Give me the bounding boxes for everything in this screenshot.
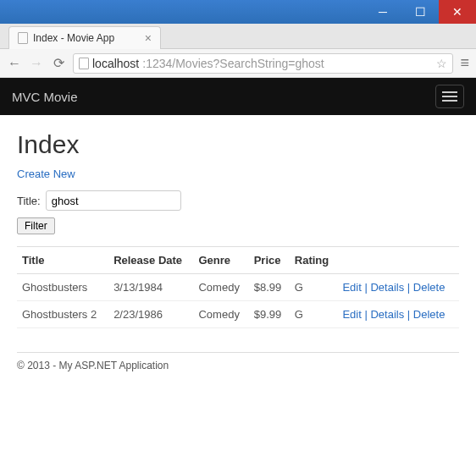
edit-link[interactable]: Edit — [342, 281, 361, 294]
cell-rating: G — [290, 274, 338, 301]
movies-table: Title Release Date Genre Price Rating Gh… — [17, 246, 459, 328]
delete-link[interactable]: Delete — [413, 281, 446, 294]
cell-actions: Edit | Details | Delete — [337, 274, 459, 301]
page-icon — [18, 32, 28, 44]
create-new-link[interactable]: Create New — [17, 168, 75, 180]
details-link[interactable]: Details — [370, 281, 404, 294]
search-form: Title: — [17, 190, 459, 211]
table-row: Ghostbusters 22/23/1986Comedy$9.99GEdit … — [17, 301, 459, 328]
cell-genre: Comedy — [193, 301, 248, 328]
edit-link[interactable]: Edit — [342, 308, 361, 321]
search-input[interactable] — [46, 190, 181, 211]
cell-actions: Edit | Details | Delete — [337, 301, 459, 328]
back-icon[interactable]: ← — [7, 56, 22, 71]
cell-release: 3/13/1984 — [108, 274, 193, 301]
window-titlebar: ─ ☐ ✕ — [0, 0, 476, 24]
delete-link[interactable]: Delete — [413, 308, 446, 321]
address-bar[interactable]: localhost:1234/Movies?SearchString=ghost… — [73, 53, 453, 74]
menu-icon[interactable]: ≡ — [460, 54, 469, 72]
reload-icon[interactable]: ⟳ — [51, 55, 66, 71]
col-release: Release Date — [108, 247, 193, 274]
page-icon — [79, 58, 89, 69]
table-header-row: Title Release Date Genre Price Rating — [17, 247, 459, 274]
cell-title: Ghostbusters — [17, 274, 108, 301]
footer-divider — [17, 352, 459, 353]
window-close-button[interactable]: ✕ — [439, 0, 476, 24]
url-host: localhost — [92, 57, 139, 70]
navbar-toggle-button[interactable] — [435, 85, 464, 108]
col-title: Title — [17, 247, 108, 274]
forward-icon[interactable]: → — [29, 56, 44, 71]
cell-title: Ghostbusters 2 — [17, 301, 108, 328]
page-content: Index Create New Title: Filter Title Rel… — [0, 115, 476, 337]
cell-price: $9.99 — [249, 301, 290, 328]
navbar-brand[interactable]: MVC Movie — [12, 90, 78, 104]
cell-release: 2/23/1986 — [108, 301, 193, 328]
filter-button[interactable]: Filter — [17, 217, 55, 234]
footer-text: © 2013 - My ASP.NET Application — [0, 360, 476, 371]
tab-title: Index - Movie App — [33, 32, 114, 44]
browser-tab[interactable]: Index - Movie App × — [8, 26, 161, 49]
cell-genre: Comedy — [193, 274, 248, 301]
window-minimize-button[interactable]: ─ — [364, 0, 401, 24]
browser-toolbar: ← → ⟳ localhost:1234/Movies?SearchString… — [0, 49, 476, 78]
page-title: Index — [17, 130, 459, 159]
browser-tab-strip: Index - Movie App × — [0, 24, 476, 49]
star-icon[interactable]: ☆ — [436, 57, 447, 70]
close-icon[interactable]: × — [145, 31, 152, 45]
table-row: Ghostbusters3/13/1984Comedy$8.99GEdit | … — [17, 274, 459, 301]
window-maximize-button[interactable]: ☐ — [401, 0, 439, 24]
title-label: Title: — [17, 195, 41, 207]
cell-price: $8.99 — [249, 274, 290, 301]
col-rating: Rating — [290, 247, 338, 274]
cell-rating: G — [290, 301, 338, 328]
col-price: Price — [249, 247, 290, 274]
col-actions — [337, 247, 459, 274]
app-navbar: MVC Movie — [0, 78, 476, 115]
url-path: :1234/Movies?SearchString=ghost — [142, 57, 324, 70]
details-link[interactable]: Details — [370, 308, 404, 321]
col-genre: Genre — [193, 247, 248, 274]
